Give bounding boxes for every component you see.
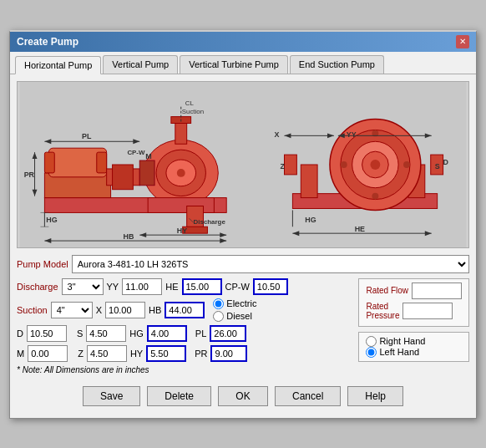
s-label: S	[77, 328, 83, 339]
pump-diagram: PL PR HG HB HY	[17, 81, 469, 248]
help-button[interactable]: Help	[347, 386, 403, 406]
discharge-row: Discharge 3"4"6" YY 11.00 HE 15.00 CP-W …	[17, 278, 352, 295]
suction-select[interactable]: 4"6"8"	[51, 302, 93, 318]
hb-label: HB	[149, 305, 161, 315]
tab-bar: Horizontal Pump Vertical Pump Vertical T…	[10, 52, 476, 74]
m-row: M 0.00 Z 4.50 HY 5.50 PR 9.00	[17, 345, 352, 362]
right-hand-row: Right Hand	[366, 336, 462, 347]
svg-text:HB: HB	[123, 232, 134, 241]
pl-label: PL	[195, 328, 206, 339]
hy-label: HY	[130, 349, 143, 359]
svg-text:HY: HY	[177, 227, 187, 235]
svg-rect-12	[148, 197, 214, 212]
rated-pressure-input[interactable]	[402, 303, 453, 319]
rated-flow-input[interactable]	[412, 283, 462, 299]
tab-vertical-turbine-pump[interactable]: Vertical Turbine Pump	[180, 55, 288, 74]
hg-label: HG	[129, 328, 144, 339]
svg-rect-30	[285, 155, 297, 175]
svg-point-29	[403, 161, 410, 168]
left-hand-label: Left Hand	[379, 347, 419, 357]
svg-point-11	[177, 168, 185, 176]
svg-text:HE: HE	[355, 225, 365, 233]
m-input[interactable]: 0.00	[28, 345, 68, 362]
left-hand-radio[interactable]	[366, 347, 377, 358]
pl-input[interactable]: 26.00	[210, 325, 246, 342]
left-hand-row: Left Hand	[366, 347, 462, 358]
svg-text:Suction: Suction	[182, 107, 204, 115]
tab-end-suction-pump[interactable]: End Suction Pump	[290, 55, 384, 74]
d-row: D 10.50 S 4.50 HG 4.00 PL 26.00	[17, 325, 352, 342]
svg-text:M: M	[145, 152, 151, 160]
rated-pressure-row: RatedPressure	[366, 302, 462, 320]
diesel-radio[interactable]	[213, 311, 224, 322]
svg-text:PL: PL	[82, 132, 92, 140]
rated-flow-row: Rated Flow	[366, 283, 462, 299]
drive-group: Electric Diesel	[213, 298, 256, 322]
svg-rect-4	[44, 152, 54, 173]
discharge-select[interactable]: 3"4"6"	[62, 278, 104, 295]
svg-point-25	[370, 160, 380, 170]
svg-point-28	[341, 161, 347, 168]
svg-rect-17	[139, 160, 154, 186]
he-input[interactable]: 15.00	[182, 278, 222, 295]
cpw-label: CP-W	[225, 282, 250, 292]
button-row: Save Delete OK Cancel Help	[17, 381, 469, 411]
pump-model-select[interactable]: Aurora 3-481-10 LH 326TS	[72, 255, 469, 273]
diesel-label: Diesel	[226, 311, 252, 321]
dialog-content: PL PR HG HB HY	[10, 74, 476, 418]
right-hand-label: Right Hand	[379, 336, 425, 346]
svg-text:CL: CL	[185, 99, 195, 106]
svg-text:CP-W: CP-W	[127, 149, 145, 156]
ok-button[interactable]: OK	[218, 386, 268, 406]
svg-rect-7	[113, 165, 134, 190]
close-button[interactable]: ✕	[456, 35, 469, 48]
electric-label: Electric	[226, 298, 256, 308]
cancel-button[interactable]: Cancel	[275, 386, 341, 406]
svg-text:S: S	[435, 161, 440, 170]
pr-label: PR	[195, 349, 207, 359]
z-input[interactable]: 4.50	[87, 345, 127, 362]
pr-input[interactable]: 9.00	[210, 345, 247, 362]
svg-text:Discharge: Discharge	[194, 218, 226, 226]
diesel-row: Diesel	[213, 311, 256, 322]
tab-vertical-pump[interactable]: Vertical Pump	[103, 55, 178, 74]
title-bar: Create Pump ✕	[10, 32, 476, 52]
electric-radio[interactable]	[213, 298, 224, 309]
suction-label: Suction	[17, 305, 48, 315]
tab-horizontal-pump[interactable]: Horizontal Pump	[15, 56, 101, 74]
cpw-input[interactable]: 10.50	[253, 278, 288, 295]
he-label: HE	[165, 282, 178, 292]
hy-input[interactable]: 5.50	[146, 345, 186, 362]
d-input[interactable]: 10.50	[27, 325, 67, 342]
x-label: X	[96, 305, 102, 315]
right-panel: Rated Flow RatedPressure Right Hand	[358, 278, 469, 374]
delete-button[interactable]: Delete	[147, 386, 211, 406]
discharge-label: Discharge	[17, 282, 58, 292]
yy-input[interactable]: 11.00	[122, 278, 162, 295]
handedness-group: Right Hand Left Hand	[358, 332, 469, 362]
svg-text:D: D	[443, 158, 449, 166]
svg-text:HG: HG	[46, 216, 57, 224]
create-pump-dialog: Create Pump ✕ Horizontal Pump Vertical P…	[9, 30, 477, 419]
right-hand-radio[interactable]	[366, 336, 377, 347]
save-button[interactable]: Save	[83, 386, 140, 406]
electric-row: Electric	[213, 298, 256, 309]
svg-point-27	[372, 192, 378, 199]
rated-box: Rated Flow RatedPressure	[358, 278, 469, 327]
hb-input[interactable]: 44.00	[165, 302, 205, 318]
m-label: M	[17, 349, 24, 359]
svg-text:YY: YY	[347, 130, 357, 139]
rated-flow-label: Rated Flow	[366, 286, 408, 295]
svg-text:HG: HG	[305, 216, 316, 224]
svg-text:PR: PR	[24, 170, 35, 178]
d-label: D	[17, 328, 23, 339]
s-input[interactable]: 4.50	[86, 325, 126, 342]
svg-text:Z: Z	[281, 161, 286, 170]
left-params: Discharge 3"4"6" YY 11.00 HE 15.00 CP-W …	[17, 278, 352, 374]
svg-rect-5	[97, 152, 107, 173]
hg-input[interactable]: 4.00	[147, 325, 187, 342]
suction-row: Suction 4"6"8" X 10.00 HB 44.00 Electric	[17, 298, 352, 322]
svg-text:X: X	[275, 130, 280, 139]
x-input[interactable]: 10.00	[105, 302, 145, 318]
yy-label: YY	[107, 282, 119, 292]
